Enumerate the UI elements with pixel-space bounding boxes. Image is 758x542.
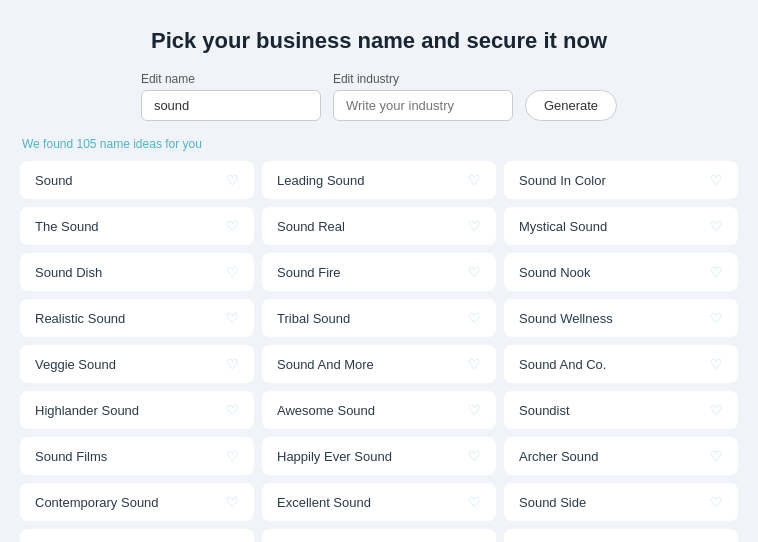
name-card[interactable]: Sound Side♡ bbox=[504, 483, 738, 521]
heart-icon[interactable]: ♡ bbox=[468, 264, 481, 280]
name-text: The Sound bbox=[35, 219, 99, 234]
edit-name-input[interactable] bbox=[141, 90, 321, 121]
heart-icon[interactable]: ♡ bbox=[226, 264, 239, 280]
name-card[interactable]: Happily Ever Sound♡ bbox=[262, 437, 496, 475]
page: Pick your business name and secure it no… bbox=[0, 0, 758, 542]
name-card[interactable]: Leading Sound♡ bbox=[262, 161, 496, 199]
name-text: Leading Sound bbox=[277, 173, 364, 188]
heart-icon[interactable]: ♡ bbox=[710, 218, 723, 234]
name-text: Realistic Sound bbox=[35, 311, 125, 326]
heart-icon[interactable]: ♡ bbox=[468, 310, 481, 326]
page-title: Pick your business name and secure it no… bbox=[20, 28, 738, 54]
name-card[interactable]: Cheekily Sound♡ bbox=[504, 529, 738, 542]
heart-icon[interactable]: ♡ bbox=[226, 448, 239, 464]
name-card[interactable]: Sound And Co.♡ bbox=[504, 345, 738, 383]
name-card[interactable]: Sound In Color♡ bbox=[504, 161, 738, 199]
name-card[interactable]: Sound Fire♡ bbox=[262, 253, 496, 291]
edit-industry-input[interactable] bbox=[333, 90, 513, 121]
controls-bar: Edit name Edit industry Generate bbox=[20, 72, 738, 121]
name-text: Sound Real bbox=[277, 219, 345, 234]
heart-icon[interactable]: ♡ bbox=[468, 494, 481, 510]
name-text: Highlander Sound bbox=[35, 403, 139, 418]
heart-icon[interactable]: ♡ bbox=[710, 172, 723, 188]
heart-icon[interactable]: ♡ bbox=[710, 494, 723, 510]
name-text: Sound Films bbox=[35, 449, 107, 464]
heart-icon[interactable]: ♡ bbox=[710, 356, 723, 372]
name-text: Excellent Sound bbox=[277, 495, 371, 510]
heart-icon[interactable]: ♡ bbox=[710, 310, 723, 326]
name-card[interactable]: Realistic Sound♡ bbox=[20, 299, 254, 337]
name-card[interactable]: Westside Sound♡ bbox=[262, 529, 496, 542]
names-grid: Sound♡Leading Sound♡Sound In Color♡The S… bbox=[20, 161, 738, 542]
name-card[interactable]: Awesome Sound♡ bbox=[262, 391, 496, 429]
name-card[interactable]: Soundist♡ bbox=[504, 391, 738, 429]
name-text: Soundist bbox=[519, 403, 570, 418]
generate-button[interactable]: Generate bbox=[525, 90, 617, 121]
heart-icon[interactable]: ♡ bbox=[710, 448, 723, 464]
heart-icon[interactable]: ♡ bbox=[468, 356, 481, 372]
heart-icon[interactable]: ♡ bbox=[226, 172, 239, 188]
heart-icon[interactable]: ♡ bbox=[226, 218, 239, 234]
name-card[interactable]: Sound Films♡ bbox=[20, 437, 254, 475]
name-card[interactable]: Sound Real♡ bbox=[262, 207, 496, 245]
name-card[interactable]: Sound Wellness♡ bbox=[504, 299, 738, 337]
name-text: Archer Sound bbox=[519, 449, 599, 464]
name-text: Sound Nook bbox=[519, 265, 591, 280]
heart-icon[interactable]: ♡ bbox=[226, 310, 239, 326]
name-text: Sound Fire bbox=[277, 265, 341, 280]
name-card[interactable]: Archer Sound♡ bbox=[504, 437, 738, 475]
name-card[interactable]: Tribal Sound♡ bbox=[262, 299, 496, 337]
name-text: Veggie Sound bbox=[35, 357, 116, 372]
heart-icon[interactable]: ♡ bbox=[710, 264, 723, 280]
name-card[interactable]: Sound♡ bbox=[20, 161, 254, 199]
name-text: Sound In Color bbox=[519, 173, 606, 188]
name-text: Sound bbox=[35, 173, 73, 188]
heart-icon[interactable]: ♡ bbox=[468, 218, 481, 234]
heart-icon[interactable]: ♡ bbox=[226, 402, 239, 418]
edit-industry-label: Edit industry bbox=[333, 72, 513, 86]
name-card[interactable]: Contemporary Sound♡ bbox=[20, 483, 254, 521]
edit-name-label: Edit name bbox=[141, 72, 321, 86]
name-text: Sound Dish bbox=[35, 265, 102, 280]
heart-icon[interactable]: ♡ bbox=[710, 402, 723, 418]
name-card[interactable]: Mystical Sound♡ bbox=[504, 207, 738, 245]
name-text: Tribal Sound bbox=[277, 311, 350, 326]
name-text: Sound And More bbox=[277, 357, 374, 372]
name-text: Awesome Sound bbox=[277, 403, 375, 418]
heart-icon[interactable]: ♡ bbox=[468, 402, 481, 418]
edit-industry-group: Edit industry bbox=[333, 72, 513, 121]
name-card[interactable]: Veggie Sound♡ bbox=[20, 345, 254, 383]
name-text: Contemporary Sound bbox=[35, 495, 159, 510]
name-card[interactable]: Healthy Sound♡ bbox=[20, 529, 254, 542]
name-text: Sound Wellness bbox=[519, 311, 613, 326]
name-text: Mystical Sound bbox=[519, 219, 607, 234]
name-card[interactable]: Excellent Sound♡ bbox=[262, 483, 496, 521]
name-card[interactable]: The Sound♡ bbox=[20, 207, 254, 245]
heart-icon[interactable]: ♡ bbox=[468, 448, 481, 464]
name-text: Sound Side bbox=[519, 495, 586, 510]
heart-icon[interactable]: ♡ bbox=[226, 494, 239, 510]
edit-name-group: Edit name bbox=[141, 72, 321, 121]
heart-icon[interactable]: ♡ bbox=[226, 356, 239, 372]
results-label: We found 105 name ideas for you bbox=[20, 137, 738, 151]
name-card[interactable]: Sound Dish♡ bbox=[20, 253, 254, 291]
name-card[interactable]: Sound And More♡ bbox=[262, 345, 496, 383]
name-text: Happily Ever Sound bbox=[277, 449, 392, 464]
name-text: Sound And Co. bbox=[519, 357, 606, 372]
heart-icon[interactable]: ♡ bbox=[468, 172, 481, 188]
name-card[interactable]: Sound Nook♡ bbox=[504, 253, 738, 291]
name-card[interactable]: Highlander Sound♡ bbox=[20, 391, 254, 429]
